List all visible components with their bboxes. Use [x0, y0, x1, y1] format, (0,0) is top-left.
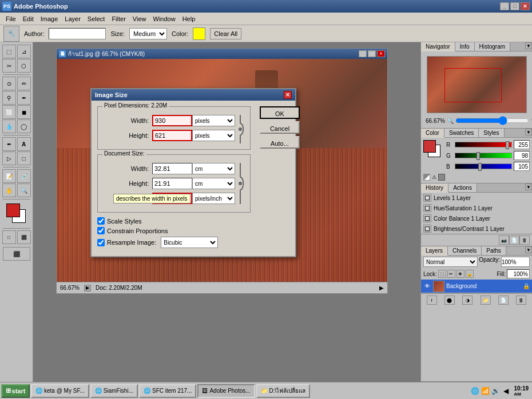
auto-button[interactable]: Auto...: [260, 136, 300, 149]
layer-style-btn[interactable]: f: [427, 296, 437, 305]
menu-filter[interactable]: Filter: [108, 14, 129, 23]
doc-height-unit-select[interactable]: cm inches: [192, 178, 235, 189]
select-tool[interactable]: ▷: [2, 151, 16, 165]
new-group-btn[interactable]: 📁: [481, 296, 491, 305]
screen-mode[interactable]: ⬛: [3, 247, 30, 261]
red-thumb[interactable]: [506, 141, 509, 149]
new-layer-btn[interactable]: 📄: [498, 296, 509, 305]
doc-minimize-button[interactable]: _: [359, 50, 367, 57]
start-button[interactable]: ⊞ start: [1, 384, 30, 398]
new-doc-btn[interactable]: 📄: [509, 236, 519, 245]
navigator-collapse-btn[interactable]: ▼: [525, 42, 532, 49]
crop-tool[interactable]: ✂: [2, 59, 16, 73]
width-unit-select[interactable]: pixels percent: [192, 115, 235, 126]
close-button[interactable]: ✕: [521, 2, 530, 10]
tab-color[interactable]: Color: [421, 129, 444, 138]
history-collapse-btn[interactable]: ▼: [525, 183, 532, 190]
menu-view[interactable]: View: [129, 14, 150, 23]
new-snapshot-btn[interactable]: 📷: [499, 236, 509, 245]
screen-mode-btn[interactable]: ⬛: [3, 247, 30, 261]
dodge-tool[interactable]: ◯: [17, 119, 31, 133]
zoom-tool[interactable]: 🔍: [17, 183, 31, 197]
eyedropper-tool[interactable]: 💉: [17, 169, 31, 183]
resample-select[interactable]: Bicubic Bilinear Nearest Neighbor: [161, 237, 218, 248]
resolution-unit-select[interactable]: pixels/inch pixels/cm: [192, 193, 235, 204]
history-item-2[interactable]: 🔲 Hue/Saturation 1 Layer: [421, 203, 532, 213]
foreground-color-box[interactable]: [423, 140, 436, 153]
delete-layer-btn[interactable]: 🗑: [516, 296, 526, 305]
history-brush-tool[interactable]: ✒: [17, 91, 31, 105]
menu-image[interactable]: Image: [37, 14, 62, 23]
standard-mode[interactable]: □: [2, 230, 16, 244]
lock-all-btn[interactable]: 🔒: [466, 270, 474, 278]
maximize-button[interactable]: □: [510, 2, 519, 10]
constrain-checkbox[interactable]: [97, 227, 105, 234]
tab-history[interactable]: History: [421, 183, 448, 193]
opacity-input[interactable]: [501, 257, 530, 267]
lock-position-btn[interactable]: ✥: [456, 270, 464, 278]
gradient-tool[interactable]: ◼: [17, 105, 31, 119]
history-item-3[interactable]: 🔲 Color Balance 1 Layer: [421, 213, 532, 224]
tab-layers[interactable]: Layers: [421, 246, 448, 256]
delete-state-btn[interactable]: 🗑: [519, 236, 530, 245]
layer-background[interactable]: 👁 Background 🔒: [421, 280, 532, 293]
doc-height-input[interactable]: [152, 178, 192, 189]
taskbar-item-photoshop[interactable]: 🖼 Adobe Photos...: [197, 384, 255, 398]
ok-button[interactable]: OK: [260, 106, 300, 119]
zoom-out-icon[interactable]: 🔍: [447, 118, 454, 124]
height-unit-select[interactable]: pixels percent: [192, 130, 235, 141]
menu-file[interactable]: File: [2, 14, 19, 23]
doc-close-button[interactable]: ✕: [377, 50, 385, 57]
tab-histogram[interactable]: Histogram: [475, 42, 511, 51]
height-input[interactable]: [152, 130, 192, 141]
green-thumb[interactable]: [477, 152, 480, 160]
layer-visibility-eye[interactable]: 👁: [423, 282, 431, 290]
menu-layer[interactable]: Layer: [61, 14, 84, 23]
lock-image-btn[interactable]: ✏: [447, 270, 455, 278]
arrow-icon[interactable]: ◀: [501, 386, 510, 396]
title-controls[interactable]: _ □ ✕: [500, 2, 530, 10]
history-item-4[interactable]: 🔲 Brightness/Contrast 1 Layer: [421, 224, 532, 234]
color-swatch[interactable]: [193, 27, 205, 40]
doc-maximize-button[interactable]: □: [368, 50, 376, 57]
menu-edit[interactable]: Edit: [19, 14, 37, 23]
zoom-slider[interactable]: [455, 118, 529, 123]
doc-width-input[interactable]: [152, 163, 192, 174]
marquee-tool[interactable]: ⬚: [2, 45, 16, 58]
size-select[interactable]: Medium Small Large: [129, 28, 167, 39]
taskbar-item-siam[interactable]: 🌐 SiamFishi...: [90, 384, 138, 398]
menu-window[interactable]: Window: [150, 14, 179, 23]
new-fill-btn[interactable]: ◑: [462, 296, 473, 305]
hand-tool[interactable]: ✋: [2, 183, 16, 197]
author-input[interactable]: [49, 28, 106, 39]
menu-help[interactable]: Help: [179, 14, 199, 23]
tab-styles[interactable]: Styles: [479, 129, 504, 137]
history-item-1[interactable]: 🔲 Levels 1 Layer: [421, 193, 532, 203]
doc-width-unit-select[interactable]: cm inches: [192, 163, 235, 174]
fill-input[interactable]: [507, 269, 530, 278]
layers-collapse-btn[interactable]: ▼: [525, 246, 532, 253]
scale-styles-checkbox[interactable]: [97, 217, 105, 225]
shape-tool[interactable]: □: [17, 151, 31, 165]
foreground-color[interactable]: [6, 204, 20, 217]
tab-actions[interactable]: Actions: [448, 183, 477, 192]
lang-icon[interactable]: 🌐: [470, 386, 479, 396]
tab-swatches[interactable]: Swatches: [444, 129, 479, 137]
type-tool[interactable]: A: [17, 137, 31, 151]
slice-tool[interactable]: ⬡: [17, 59, 31, 73]
volume-icon[interactable]: 🔊: [491, 386, 500, 396]
blur-tool[interactable]: 💧: [2, 119, 16, 133]
tab-navigator[interactable]: Navigator: [421, 42, 455, 51]
lock-transparent-btn[interactable]: ⬚: [438, 270, 446, 278]
taskbar-item-files[interactable]: 📁 D:\ไฟล์เปลื่ยแล: [256, 384, 311, 398]
layer-mask-btn[interactable]: ⬤: [444, 296, 455, 305]
tab-paths[interactable]: Paths: [482, 246, 506, 255]
blue-thumb[interactable]: [478, 163, 482, 171]
status-icon[interactable]: ▶: [84, 285, 91, 292]
clone-tool[interactable]: ⚲: [2, 91, 16, 105]
tab-channels[interactable]: Channels: [448, 246, 482, 255]
tab-info[interactable]: Info: [455, 42, 475, 51]
scroll-right-btn[interactable]: ▶: [379, 285, 384, 291]
notes-tool[interactable]: 📝: [2, 169, 16, 183]
cancel-button[interactable]: Cancel: [260, 121, 300, 134]
